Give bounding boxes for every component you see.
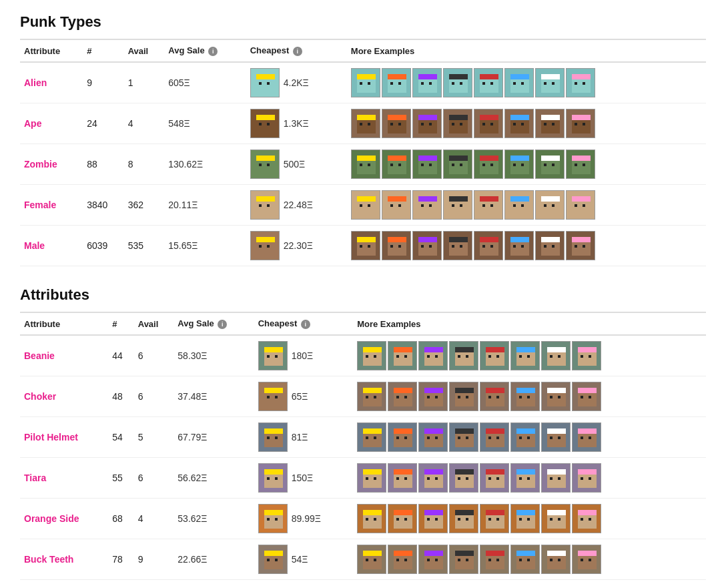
example-punk-thumb[interactable] (418, 463, 448, 493)
example-punk-thumb[interactable] (382, 150, 411, 179)
example-punk-thumb[interactable] (418, 504, 448, 533)
example-punk-thumb[interactable] (535, 68, 565, 97)
example-punk-thumb[interactable] (541, 422, 571, 452)
attribute-link[interactable]: Female (24, 200, 56, 210)
example-punk-thumb[interactable] (388, 382, 417, 411)
example-punk-thumb[interactable] (504, 109, 534, 138)
example-punk-thumb[interactable] (572, 382, 601, 411)
example-punk-thumb[interactable] (541, 545, 571, 574)
example-punk-thumb[interactable] (449, 463, 478, 493)
example-punk-thumb[interactable] (510, 545, 540, 574)
example-punk-thumb[interactable] (510, 504, 540, 533)
example-punk-thumb[interactable] (480, 545, 509, 574)
example-punk-thumb[interactable] (351, 109, 380, 138)
example-punk-thumb[interactable] (474, 109, 503, 138)
attribute-link[interactable]: Pilot Helmet (24, 432, 78, 443)
example-punk-thumb[interactable] (510, 341, 540, 370)
example-punk-thumb[interactable] (572, 545, 601, 574)
example-punk-thumb[interactable] (418, 341, 448, 370)
example-punk-thumb[interactable] (382, 231, 411, 260)
example-punk-thumb[interactable] (535, 150, 565, 179)
example-punk-thumb[interactable] (412, 190, 442, 220)
attribute-link[interactable]: Beanie (24, 350, 55, 361)
example-punk-thumb[interactable] (572, 504, 601, 533)
example-punk-thumb[interactable] (474, 150, 503, 179)
example-punk-thumb[interactable] (480, 422, 509, 452)
example-punk-thumb[interactable] (541, 382, 571, 411)
example-punk-thumb[interactable] (443, 68, 472, 97)
example-punk-thumb[interactable] (566, 190, 595, 220)
example-punk-thumb[interactable] (418, 422, 448, 452)
attribute-link[interactable]: Orange Side (24, 513, 79, 524)
example-punk-thumb[interactable] (449, 422, 478, 452)
example-punk-thumb[interactable] (572, 341, 601, 370)
example-punk-thumb[interactable] (480, 504, 509, 533)
attribute-link[interactable]: Ape (24, 118, 41, 129)
cheapest-punk-thumb[interactable] (258, 545, 288, 574)
attribute-link[interactable]: Buck Teeth (24, 554, 73, 565)
attribute-link[interactable]: Tiara (24, 473, 46, 483)
example-punk-thumb[interactable] (351, 231, 380, 260)
example-punk-thumb[interactable] (443, 109, 472, 138)
example-punk-thumb[interactable] (535, 231, 565, 260)
attribute-link[interactable]: Zombie (24, 159, 57, 170)
example-punk-thumb[interactable] (541, 504, 571, 533)
example-punk-thumb[interactable] (535, 190, 565, 220)
example-punk-thumb[interactable] (480, 463, 509, 493)
attribute-link[interactable]: Choker (24, 391, 56, 402)
cheapest-punk-thumb[interactable] (258, 341, 288, 370)
example-punk-thumb[interactable] (504, 68, 534, 97)
example-punk-thumb[interactable] (480, 341, 509, 370)
cheapest-punk-thumb[interactable] (250, 190, 280, 220)
example-punk-thumb[interactable] (504, 231, 534, 260)
example-punk-thumb[interactable] (388, 463, 417, 493)
example-punk-thumb[interactable] (443, 231, 472, 260)
example-punk-thumb[interactable] (449, 382, 478, 411)
cheapest-punk-thumb[interactable] (258, 504, 288, 533)
example-punk-thumb[interactable] (449, 545, 478, 574)
example-punk-thumb[interactable] (541, 463, 571, 493)
cheapest-punk-thumb[interactable] (258, 382, 288, 411)
example-punk-thumb[interactable] (357, 422, 386, 452)
example-punk-thumb[interactable] (351, 68, 380, 97)
example-punk-thumb[interactable] (535, 109, 565, 138)
example-punk-thumb[interactable] (449, 341, 478, 370)
example-punk-thumb[interactable] (504, 190, 534, 220)
example-punk-thumb[interactable] (382, 68, 411, 97)
example-punk-thumb[interactable] (418, 545, 448, 574)
example-punk-thumb[interactable] (474, 190, 503, 220)
example-punk-thumb[interactable] (382, 190, 411, 220)
example-punk-thumb[interactable] (357, 341, 386, 370)
example-punk-thumb[interactable] (412, 109, 442, 138)
example-punk-thumb[interactable] (572, 422, 601, 452)
example-punk-thumb[interactable] (382, 109, 411, 138)
example-punk-thumb[interactable] (566, 150, 595, 179)
example-punk-thumb[interactable] (510, 382, 540, 411)
example-punk-thumb[interactable] (357, 545, 386, 574)
example-punk-thumb[interactable] (566, 109, 595, 138)
example-punk-thumb[interactable] (412, 68, 442, 97)
example-punk-thumb[interactable] (357, 504, 386, 533)
cheapest-punk-thumb[interactable] (258, 463, 288, 493)
example-punk-thumb[interactable] (474, 68, 503, 97)
example-punk-thumb[interactable] (510, 422, 540, 452)
cheapest-punk-thumb[interactable] (250, 150, 280, 179)
cheapest-punk-thumb[interactable] (250, 231, 280, 260)
example-punk-thumb[interactable] (351, 150, 380, 179)
example-punk-thumb[interactable] (541, 341, 571, 370)
example-punk-thumb[interactable] (418, 382, 448, 411)
example-punk-thumb[interactable] (504, 150, 534, 179)
example-punk-thumb[interactable] (474, 231, 503, 260)
example-punk-thumb[interactable] (388, 422, 417, 452)
example-punk-thumb[interactable] (351, 190, 380, 220)
example-punk-thumb[interactable] (480, 382, 509, 411)
example-punk-thumb[interactable] (388, 504, 417, 533)
example-punk-thumb[interactable] (449, 504, 478, 533)
example-punk-thumb[interactable] (566, 68, 595, 97)
example-punk-thumb[interactable] (443, 150, 472, 179)
example-punk-thumb[interactable] (443, 190, 472, 220)
cheapest-punk-thumb[interactable] (250, 68, 280, 97)
attribute-link[interactable]: Male (24, 240, 45, 251)
cheapest-punk-thumb[interactable] (258, 422, 288, 452)
example-punk-thumb[interactable] (566, 231, 595, 260)
